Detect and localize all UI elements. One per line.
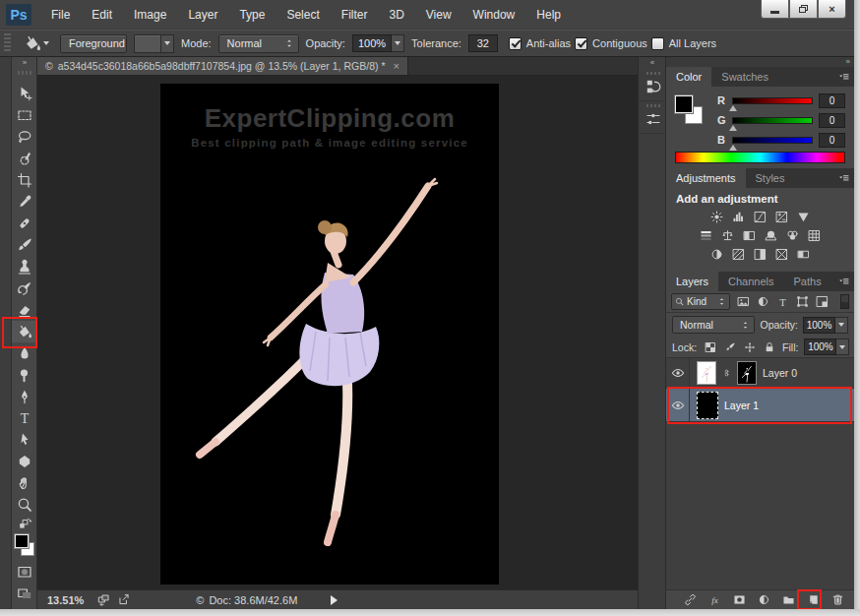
- spot-healing-brush-tool[interactable]: [12, 213, 37, 234]
- checkbox-contiguous[interactable]: Contiguous: [575, 37, 647, 50]
- mode-dropdown[interactable]: Normal: [218, 34, 299, 53]
- history-panel-button[interactable]: [639, 69, 667, 101]
- properties-panel-button[interactable]: [639, 101, 667, 134]
- minimize-button[interactable]: [761, 0, 789, 19]
- canvas-viewport[interactable]: ExpertClipping.com Best clipping path & …: [37, 76, 638, 589]
- tab-channels[interactable]: Channels: [718, 272, 783, 291]
- panel-menu-icon[interactable]: [832, 168, 854, 188]
- menu-item-window[interactable]: Window: [462, 0, 526, 30]
- invert-button[interactable]: [708, 247, 726, 263]
- expand-panels-icon[interactable]: »: [666, 57, 854, 67]
- layer-mask-thumbnail[interactable]: [737, 361, 757, 385]
- blur-tool[interactable]: [12, 342, 37, 364]
- link-button[interactable]: [678, 591, 703, 609]
- lasso-tool[interactable]: [12, 126, 37, 148]
- layer-thumbnail[interactable]: [697, 361, 716, 385]
- layer-fill-dropdown[interactable]: 100%: [804, 339, 849, 355]
- history-brush-tool[interactable]: [12, 277, 37, 299]
- menu-item-layer[interactable]: Layer: [177, 0, 228, 30]
- toolbar-collapse-icon[interactable]: »: [12, 57, 36, 69]
- lock-image-button[interactable]: [722, 339, 737, 354]
- collapse-panels-icon[interactable]: «: [639, 57, 665, 69]
- slider-thumb-icon[interactable]: [729, 105, 737, 111]
- pen-tool[interactable]: [12, 386, 37, 407]
- panel-menu-icon[interactable]: [832, 272, 854, 291]
- zoom-tool[interactable]: [12, 494, 37, 516]
- color-swatch-widget[interactable]: [675, 95, 710, 131]
- visibility-toggle[interactable]: [666, 389, 690, 421]
- status-menu-arrow-icon[interactable]: [331, 595, 338, 605]
- fill-source-dropdown[interactable]: Foreground: [60, 34, 127, 53]
- color-lookup-button[interactable]: [806, 228, 824, 244]
- tab-adjustments[interactable]: Adjustments: [666, 168, 746, 188]
- color-spectrum-bar[interactable]: [675, 152, 845, 163]
- selective-color-button[interactable]: [773, 247, 791, 263]
- slider-thumb-icon[interactable]: [729, 125, 737, 131]
- hue-saturation-button[interactable]: [698, 228, 715, 244]
- black-white-button[interactable]: [741, 228, 759, 244]
- kind-filter-dropdown[interactable]: Kind: [671, 293, 730, 310]
- channel-mixer-button[interactable]: [784, 228, 802, 244]
- fx-button[interactable]: fx: [703, 591, 727, 609]
- menu-item-select[interactable]: Select: [276, 0, 330, 30]
- foreground-background-swatches[interactable]: [12, 533, 37, 561]
- quick-selection-tool[interactable]: [12, 148, 37, 169]
- group-button[interactable]: [776, 591, 801, 609]
- foreground-color-swatch[interactable]: [675, 95, 693, 113]
- photo-filter-button[interactable]: [763, 228, 780, 244]
- foreground-color-swatch[interactable]: [15, 534, 29, 548]
- slider-thumb-icon[interactable]: [729, 145, 737, 151]
- layer-opacity-dropdown[interactable]: 100%: [803, 317, 848, 334]
- channel-slider-r[interactable]: [732, 97, 813, 104]
- channel-value-b[interactable]: 0: [819, 133, 845, 148]
- checkbox-all-layers[interactable]: All Layers: [651, 37, 716, 50]
- tab-layers[interactable]: Layers: [666, 272, 718, 291]
- tab-color[interactable]: Color: [666, 67, 711, 87]
- document-image[interactable]: ExpertClipping.com Best clipping path & …: [160, 84, 499, 585]
- channel-value-r[interactable]: 0: [819, 93, 845, 108]
- brush-tool[interactable]: [12, 234, 37, 256]
- vibrance-button[interactable]: [795, 210, 813, 225]
- shape-filter-button[interactable]: [794, 294, 811, 310]
- adjustment-filter-button[interactable]: [755, 294, 771, 310]
- tab-paths[interactable]: Paths: [784, 272, 831, 291]
- menu-item-3d[interactable]: 3D: [378, 0, 414, 30]
- tab-swatches[interactable]: Swatches: [711, 67, 778, 87]
- paint-bucket-tool[interactable]: [12, 321, 37, 342]
- dodge-tool[interactable]: [12, 364, 37, 386]
- menu-item-filter[interactable]: Filter: [331, 0, 379, 30]
- tab-styles[interactable]: Styles: [746, 168, 795, 188]
- opacity-dropdown[interactable]: 100%: [352, 34, 404, 52]
- posterize-button[interactable]: [730, 247, 748, 263]
- hand-tool[interactable]: [12, 472, 37, 494]
- delete-button[interactable]: [826, 591, 850, 609]
- layer-row-layer-1[interactable]: Layer 1: [666, 389, 854, 422]
- layer-row-layer-0[interactable]: Layer 0: [666, 358, 854, 389]
- current-tool-button[interactable]: [20, 34, 53, 52]
- quick-mask-button[interactable]: [12, 561, 37, 583]
- lock-all-button[interactable]: [762, 339, 776, 354]
- menu-item-help[interactable]: Help: [525, 0, 572, 30]
- lock-position-button[interactable]: [742, 339, 757, 354]
- menu-item-image[interactable]: Image: [123, 0, 177, 30]
- curves-button[interactable]: [752, 210, 769, 225]
- document-tab[interactable]: © a534d45c36018a66b5a98dbff7107854.jpg @…: [37, 57, 408, 75]
- eraser-tool[interactable]: [12, 299, 37, 321]
- menu-item-type[interactable]: Type: [228, 0, 276, 30]
- image-filter-button[interactable]: [735, 294, 752, 310]
- restore-button[interactable]: [789, 0, 818, 19]
- clone-stamp-tool[interactable]: [12, 256, 37, 277]
- pattern-picker[interactable]: [134, 34, 174, 53]
- screen-mode-button[interactable]: [12, 583, 37, 604]
- shape-tool[interactable]: [12, 451, 37, 472]
- tab-close-icon[interactable]: ×: [393, 60, 399, 72]
- blend-mode-dropdown[interactable]: Normal: [672, 316, 755, 334]
- tolerance-input[interactable]: 32: [468, 34, 498, 52]
- lock-transparent-button[interactable]: [703, 339, 717, 354]
- threshold-button[interactable]: [752, 247, 769, 263]
- levels-button[interactable]: [730, 210, 748, 225]
- layer-thumbnail[interactable]: [697, 392, 718, 419]
- checkbox-anti-alias[interactable]: Anti-alias: [509, 37, 571, 50]
- menu-item-view[interactable]: View: [415, 0, 462, 30]
- channel-slider-g[interactable]: [732, 117, 813, 124]
